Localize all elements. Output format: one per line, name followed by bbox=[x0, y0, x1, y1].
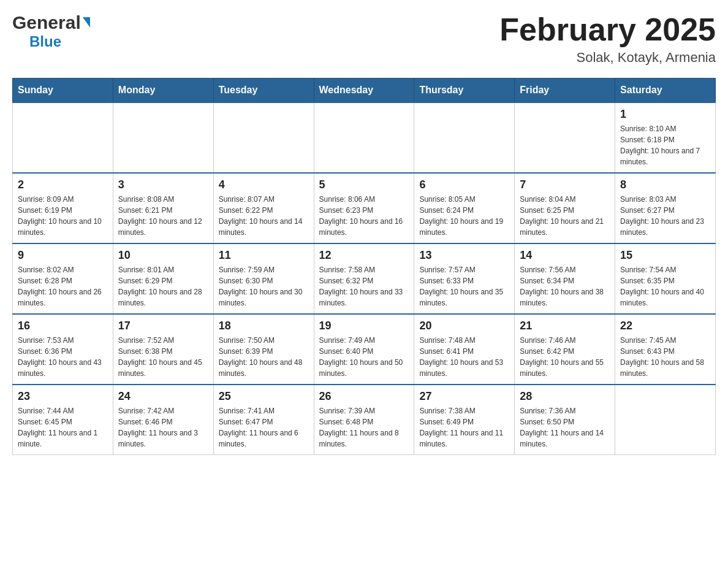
calendar-cell: 25Sunrise: 7:41 AM Sunset: 6:47 PM Dayli… bbox=[213, 385, 314, 455]
day-info: Sunrise: 8:03 AM Sunset: 6:27 PM Dayligh… bbox=[620, 194, 710, 238]
day-info: Sunrise: 7:54 AM Sunset: 6:35 PM Dayligh… bbox=[620, 264, 710, 308]
logo: General Blue bbox=[12, 12, 90, 50]
day-info: Sunrise: 8:04 AM Sunset: 6:25 PM Dayligh… bbox=[520, 194, 610, 238]
day-number: 12 bbox=[319, 249, 409, 262]
day-info: Sunrise: 7:42 AM Sunset: 6:46 PM Dayligh… bbox=[118, 405, 208, 450]
calendar-cell: 26Sunrise: 7:39 AM Sunset: 6:48 PM Dayli… bbox=[314, 385, 414, 455]
calendar-cell: 17Sunrise: 7:52 AM Sunset: 6:38 PM Dayli… bbox=[113, 314, 213, 385]
day-info: Sunrise: 7:53 AM Sunset: 6:36 PM Dayligh… bbox=[18, 335, 108, 379]
calendar-cell: 6Sunrise: 8:05 AM Sunset: 6:24 PM Daylig… bbox=[414, 173, 515, 243]
logo-triangle-icon bbox=[83, 17, 90, 28]
day-header-friday: Friday bbox=[515, 79, 615, 103]
day-info: Sunrise: 8:05 AM Sunset: 6:24 PM Dayligh… bbox=[419, 194, 509, 238]
calendar-cell: 22Sunrise: 7:45 AM Sunset: 6:43 PM Dayli… bbox=[615, 314, 716, 385]
day-header-sunday: Sunday bbox=[13, 79, 113, 103]
day-header-monday: Monday bbox=[113, 79, 213, 103]
calendar-cell bbox=[615, 385, 716, 455]
day-header-thursday: Thursday bbox=[414, 79, 515, 103]
day-header-wednesday: Wednesday bbox=[314, 79, 414, 103]
calendar-cell bbox=[515, 102, 615, 173]
calendar-cell: 19Sunrise: 7:49 AM Sunset: 6:40 PM Dayli… bbox=[314, 314, 414, 385]
day-info: Sunrise: 7:39 AM Sunset: 6:48 PM Dayligh… bbox=[319, 405, 409, 450]
day-info: Sunrise: 7:50 AM Sunset: 6:39 PM Dayligh… bbox=[219, 335, 309, 379]
day-number: 28 bbox=[520, 390, 610, 403]
calendar-cell bbox=[13, 102, 113, 173]
logo-general-text: General bbox=[12, 12, 81, 33]
calendar-cell bbox=[113, 102, 213, 173]
calendar-cell: 3Sunrise: 8:08 AM Sunset: 6:21 PM Daylig… bbox=[113, 173, 213, 243]
day-info: Sunrise: 7:59 AM Sunset: 6:30 PM Dayligh… bbox=[219, 264, 309, 308]
day-number: 24 bbox=[118, 390, 208, 403]
calendar-cell: 10Sunrise: 8:01 AM Sunset: 6:29 PM Dayli… bbox=[113, 243, 213, 314]
day-number: 27 bbox=[419, 390, 509, 403]
calendar-cell: 14Sunrise: 7:56 AM Sunset: 6:34 PM Dayli… bbox=[515, 243, 615, 314]
day-info: Sunrise: 7:45 AM Sunset: 6:43 PM Dayligh… bbox=[620, 335, 710, 379]
calendar-cell: 9Sunrise: 8:02 AM Sunset: 6:28 PM Daylig… bbox=[13, 243, 113, 314]
day-info: Sunrise: 7:57 AM Sunset: 6:33 PM Dayligh… bbox=[419, 264, 509, 308]
day-number: 7 bbox=[520, 178, 610, 191]
day-info: Sunrise: 7:48 AM Sunset: 6:41 PM Dayligh… bbox=[419, 335, 509, 379]
calendar-cell: 15Sunrise: 7:54 AM Sunset: 6:35 PM Dayli… bbox=[615, 243, 716, 314]
day-info: Sunrise: 7:44 AM Sunset: 6:45 PM Dayligh… bbox=[18, 405, 108, 450]
calendar-body: 1Sunrise: 8:10 AM Sunset: 6:18 PM Daylig… bbox=[13, 102, 716, 455]
day-number: 8 bbox=[620, 178, 710, 191]
calendar-cell: 13Sunrise: 7:57 AM Sunset: 6:33 PM Dayli… bbox=[414, 243, 515, 314]
day-info: Sunrise: 7:36 AM Sunset: 6:50 PM Dayligh… bbox=[520, 405, 610, 450]
day-number: 10 bbox=[118, 249, 208, 262]
day-number: 3 bbox=[118, 178, 208, 191]
day-number: 16 bbox=[18, 320, 108, 332]
calendar-cell: 11Sunrise: 7:59 AM Sunset: 6:30 PM Dayli… bbox=[213, 243, 314, 314]
location: Solak, Kotayk, Armenia bbox=[499, 50, 716, 66]
calendar-week-4: 23Sunrise: 7:44 AM Sunset: 6:45 PM Dayli… bbox=[13, 385, 716, 455]
calendar-cell: 12Sunrise: 7:58 AM Sunset: 6:32 PM Dayli… bbox=[314, 243, 414, 314]
day-number: 2 bbox=[18, 178, 108, 191]
day-info: Sunrise: 8:07 AM Sunset: 6:22 PM Dayligh… bbox=[219, 194, 309, 238]
calendar-week-1: 2Sunrise: 8:09 AM Sunset: 6:19 PM Daylig… bbox=[13, 173, 716, 243]
day-number: 6 bbox=[419, 178, 509, 191]
day-info: Sunrise: 8:08 AM Sunset: 6:21 PM Dayligh… bbox=[118, 194, 208, 238]
day-number: 14 bbox=[520, 249, 610, 262]
day-number: 22 bbox=[620, 320, 710, 332]
day-info: Sunrise: 7:46 AM Sunset: 6:42 PM Dayligh… bbox=[520, 335, 610, 379]
calendar-cell: 28Sunrise: 7:36 AM Sunset: 6:50 PM Dayli… bbox=[515, 385, 615, 455]
day-number: 25 bbox=[219, 390, 309, 403]
calendar-cell: 16Sunrise: 7:53 AM Sunset: 6:36 PM Dayli… bbox=[13, 314, 113, 385]
logo-blue-text: Blue bbox=[29, 33, 61, 50]
calendar-cell: 8Sunrise: 8:03 AM Sunset: 6:27 PM Daylig… bbox=[615, 173, 716, 243]
calendar-cell: 18Sunrise: 7:50 AM Sunset: 6:39 PM Dayli… bbox=[213, 314, 314, 385]
month-title: February 2025 bbox=[499, 12, 716, 47]
day-info: Sunrise: 7:58 AM Sunset: 6:32 PM Dayligh… bbox=[319, 264, 409, 308]
day-number: 19 bbox=[319, 320, 409, 332]
day-number: 18 bbox=[219, 320, 309, 332]
calendar-cell: 24Sunrise: 7:42 AM Sunset: 6:46 PM Dayli… bbox=[113, 385, 213, 455]
title-block: February 2025 Solak, Kotayk, Armenia bbox=[499, 12, 716, 66]
day-info: Sunrise: 7:56 AM Sunset: 6:34 PM Dayligh… bbox=[520, 264, 610, 308]
day-number: 26 bbox=[319, 390, 409, 403]
calendar-cell bbox=[414, 102, 515, 173]
day-number: 17 bbox=[118, 320, 208, 332]
calendar-week-0: 1Sunrise: 8:10 AM Sunset: 6:18 PM Daylig… bbox=[13, 102, 716, 173]
day-number: 11 bbox=[219, 249, 309, 262]
day-header-saturday: Saturday bbox=[615, 79, 716, 103]
day-info: Sunrise: 8:01 AM Sunset: 6:29 PM Dayligh… bbox=[118, 264, 208, 308]
day-number: 21 bbox=[520, 320, 610, 332]
day-number: 13 bbox=[419, 249, 509, 262]
day-info: Sunrise: 8:09 AM Sunset: 6:19 PM Dayligh… bbox=[18, 194, 108, 238]
calendar-cell: 2Sunrise: 8:09 AM Sunset: 6:19 PM Daylig… bbox=[13, 173, 113, 243]
calendar-week-2: 9Sunrise: 8:02 AM Sunset: 6:28 PM Daylig… bbox=[13, 243, 716, 314]
calendar-cell: 27Sunrise: 7:38 AM Sunset: 6:49 PM Dayli… bbox=[414, 385, 515, 455]
day-number: 9 bbox=[18, 249, 108, 262]
calendar-week-3: 16Sunrise: 7:53 AM Sunset: 6:36 PM Dayli… bbox=[13, 314, 716, 385]
calendar-cell: 5Sunrise: 8:06 AM Sunset: 6:23 PM Daylig… bbox=[314, 173, 414, 243]
day-number: 5 bbox=[319, 178, 409, 191]
day-number: 4 bbox=[219, 178, 309, 191]
calendar-cell: 21Sunrise: 7:46 AM Sunset: 6:42 PM Dayli… bbox=[515, 314, 615, 385]
day-info: Sunrise: 8:06 AM Sunset: 6:23 PM Dayligh… bbox=[319, 194, 409, 238]
day-header-tuesday: Tuesday bbox=[213, 79, 314, 103]
day-info: Sunrise: 7:41 AM Sunset: 6:47 PM Dayligh… bbox=[219, 405, 309, 450]
page-header: General Blue February 2025 Solak, Kotayk… bbox=[12, 12, 716, 66]
day-info: Sunrise: 7:52 AM Sunset: 6:38 PM Dayligh… bbox=[118, 335, 208, 379]
day-number: 23 bbox=[18, 390, 108, 403]
day-info: Sunrise: 8:02 AM Sunset: 6:28 PM Dayligh… bbox=[18, 264, 108, 308]
day-info: Sunrise: 7:49 AM Sunset: 6:40 PM Dayligh… bbox=[319, 335, 409, 379]
